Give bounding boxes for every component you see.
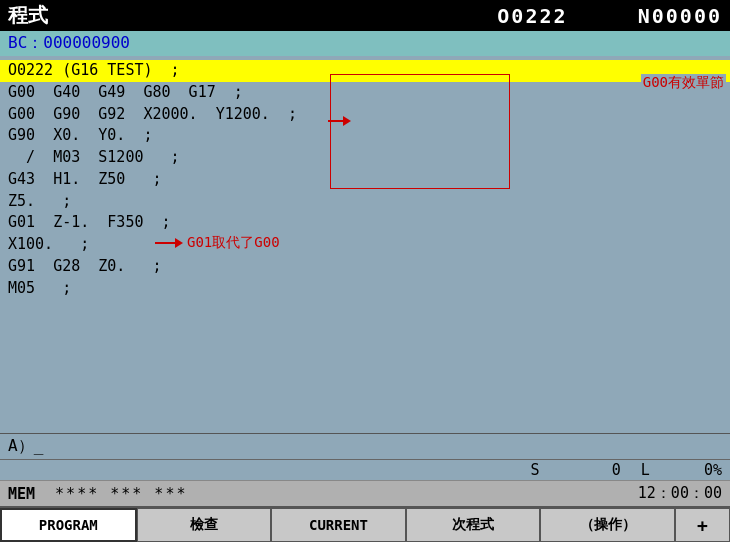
code-area: O0222 (G16 TEST) ;G00 G40 G49 G80 G17 ;G…	[0, 56, 730, 433]
arrow-head	[175, 238, 183, 248]
toolbar-btn-operation[interactable]: （操作）	[540, 508, 675, 542]
status-bar: S 0 L 0%	[0, 459, 730, 480]
s-value: 0	[612, 461, 621, 479]
code-line-10: M05 ;	[8, 278, 722, 300]
s-label: S	[530, 461, 539, 479]
code-line-9: G91 G28 Z0. ;	[8, 256, 722, 278]
code-line-7: G01 Z-1. F350 ;	[8, 212, 722, 234]
header-title: 程式	[8, 2, 48, 29]
toolbar-btn-program[interactable]: PROGRAM	[0, 508, 137, 542]
mem-label: MEM	[8, 485, 35, 503]
annotation-box	[330, 74, 510, 189]
mem-bar: MEM **** *** *** 12：00：00	[0, 480, 730, 506]
l-label: L	[641, 461, 650, 479]
mem-stars: **** *** ***	[55, 485, 187, 503]
program-number: O0222	[497, 4, 567, 28]
toolbar: PROGRAM 檢查 CURRENT 次程式 （操作） +	[0, 506, 730, 542]
header: 程式 O0222 N00000	[0, 0, 730, 31]
code-line-8: X100. ;	[8, 234, 722, 256]
annotation-arrow: G01取代了G00	[155, 234, 280, 252]
toolbar-btn-plus[interactable]: +	[675, 508, 730, 542]
code-line-6: Z5. ;	[8, 191, 722, 213]
toolbar-btn-subprogram[interactable]: 次程式	[406, 508, 541, 542]
status-s: S 0	[530, 461, 620, 479]
mem-time: 12：00：00	[638, 484, 722, 503]
bc-label: BC：	[8, 33, 43, 52]
input-bar: A）_	[0, 433, 730, 459]
input-prompt: A）_	[8, 436, 43, 455]
app: 程式 O0222 N00000 BC：000000900 O0222 (G16 …	[0, 0, 730, 542]
toolbar-btn-check[interactable]: 檢查	[137, 508, 272, 542]
annotation-arrow-label: G01取代了G00	[187, 234, 280, 252]
box-arrow-line	[328, 120, 343, 122]
bc-value: 000000900	[43, 33, 130, 52]
status-l: L 0%	[641, 461, 722, 479]
box-arrow	[328, 116, 351, 126]
bc-bar: BC：000000900	[0, 31, 730, 56]
arrow-line	[155, 242, 175, 244]
box-arrow-head	[343, 116, 351, 126]
toolbar-btn-current[interactable]: CURRENT	[271, 508, 406, 542]
header-program-info: O0222 N00000	[497, 4, 722, 28]
sequence-number: N00000	[638, 4, 722, 28]
annotation-box-label: G00有效單節	[641, 74, 726, 92]
l-value: 0%	[704, 461, 722, 479]
